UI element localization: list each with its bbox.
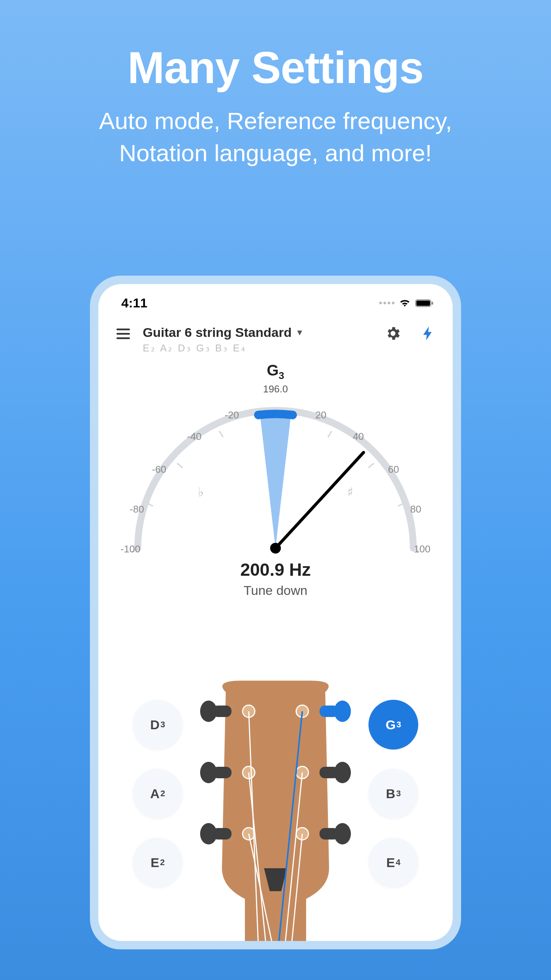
- scale-m60: -60: [152, 464, 166, 475]
- string-button-g3[interactable]: G3: [368, 700, 418, 750]
- scale-p80: 80: [410, 503, 421, 515]
- scale-p60: 60: [388, 464, 399, 475]
- sharp-icon: ♯: [347, 484, 353, 500]
- string-button-d3[interactable]: D3: [133, 700, 183, 750]
- tuner-gauge: G3 196.0: [98, 362, 453, 568]
- promo-subtitle: Auto mode, Reference frequency, Notation…: [0, 105, 551, 169]
- svg-line-10: [368, 463, 374, 468]
- string-button-a2[interactable]: A2: [133, 769, 183, 818]
- tuning-dropdown[interactable]: Guitar 6 string Standard ▼ E₂ A₂ D₃ G₃ B…: [143, 325, 374, 354]
- scale-m40: -40: [187, 431, 202, 443]
- scale-m20: -20: [225, 409, 239, 421]
- scale-m80: -80: [130, 503, 144, 515]
- target-note: G3: [98, 362, 453, 382]
- phone-screen: 4:11 Guitar 6 string Standard: [98, 284, 453, 941]
- svg-point-14: [270, 543, 281, 554]
- signal-dots-icon: [379, 302, 395, 304]
- target-note-octave: 3: [279, 370, 284, 381]
- wifi-icon: [399, 299, 411, 308]
- string-button-e4[interactable]: E4: [368, 838, 418, 887]
- tuning-name-label: Guitar 6 string Standard: [143, 325, 292, 340]
- scale-p100: 100: [414, 543, 430, 555]
- promo-sub-line2: Notation language, and more!: [119, 140, 432, 166]
- target-note-letter: G: [267, 362, 279, 379]
- promo-sub-line1: Auto mode, Reference frequency,: [99, 108, 452, 134]
- headstock-area: D3 A2 E2 G3 B3 E4: [98, 688, 453, 941]
- device-frame: 4:11 Guitar 6 string Standard: [90, 276, 461, 949]
- flat-icon: ♭: [198, 484, 204, 500]
- svg-point-22: [200, 701, 217, 722]
- status-time: 4:11: [121, 296, 147, 310]
- svg-point-24: [200, 762, 217, 783]
- svg-line-9: [328, 431, 332, 437]
- tuning-notes-label: E₂ A₂ D₃ G₃ B₃ E₄: [143, 342, 374, 354]
- svg-point-30: [334, 762, 351, 783]
- svg-rect-2: [432, 302, 433, 305]
- svg-point-28: [334, 701, 351, 722]
- svg-line-5: [177, 463, 183, 468]
- scale-p20: 20: [315, 409, 326, 421]
- status-bar: 4:11: [98, 284, 453, 314]
- string-button-e2[interactable]: E2: [133, 838, 183, 887]
- string-button-b3[interactable]: B3: [368, 769, 418, 818]
- gear-icon[interactable]: [385, 325, 401, 342]
- app-toolbar: Guitar 6 string Standard ▼ E₂ A₂ D₃ G₃ B…: [98, 314, 453, 354]
- gauge-arc: [113, 387, 438, 564]
- svg-rect-1: [416, 301, 430, 306]
- svg-line-13: [276, 452, 364, 548]
- chevron-down-icon: ▼: [295, 328, 304, 338]
- status-icons: [379, 299, 434, 308]
- scale-m100: -100: [121, 543, 140, 555]
- promo-title: Many Settings: [0, 42, 551, 93]
- battery-icon: [415, 299, 434, 308]
- svg-point-26: [200, 823, 217, 844]
- svg-line-6: [219, 431, 223, 437]
- guitar-headstock-icon: [191, 677, 360, 941]
- tune-hint: Tune down: [98, 583, 453, 598]
- svg-point-32: [334, 823, 351, 844]
- bolt-icon[interactable]: [420, 325, 437, 342]
- scale-p40: 40: [353, 431, 364, 443]
- menu-icon[interactable]: [114, 325, 132, 343]
